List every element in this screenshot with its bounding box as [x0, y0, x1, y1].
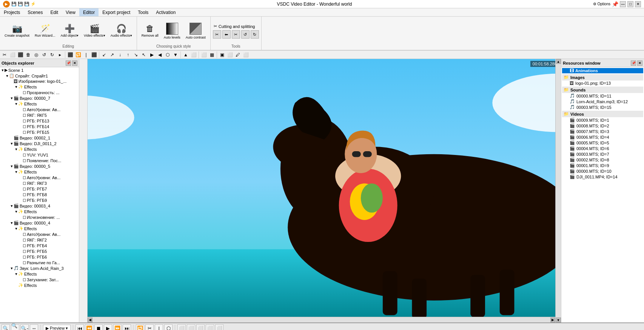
icon-toolbar-btn-10[interactable]: |: [82, 51, 90, 59]
res-item-2-2[interactable]: 🎵00003.MTS; ID=15: [562, 104, 643, 110]
auto-contrast-button[interactable]: Auto contrast: [183, 20, 208, 42]
resources-panel-close-btn[interactable]: ✕: [637, 60, 642, 66]
res-group-header-3[interactable]: 📁Videos: [562, 111, 643, 117]
tree-item-7[interactable]: ◻АвтоУровни: Ав...: [0, 107, 79, 112]
minimize-button[interactable]: —: [620, 1, 626, 7]
tree-toggle-0[interactable]: ▼: [1, 68, 5, 72]
icon-toolbar-btn-13[interactable]: ↗: [108, 51, 116, 59]
res-item-3-5[interactable]: 🎬00004.MTS; ID=6: [562, 146, 643, 151]
tree-item-29[interactable]: ◻АвтоУровни: Ав...: [0, 231, 79, 237]
play-btn[interactable]: ▶: [104, 324, 112, 330]
icon-toolbar-btn-1[interactable]: ⬜: [9, 51, 16, 59]
menu-item-editor[interactable]: Editor: [79, 8, 99, 16]
vscroll-up-btn[interactable]: ▲: [556, 59, 561, 64]
tree-toggle-3[interactable]: ▼: [14, 85, 18, 89]
tree-item-16[interactable]: ◻Появление: Пос...: [0, 158, 79, 163]
icon-toolbar-btn-14[interactable]: ↓: [116, 51, 124, 59]
tool-btn-2[interactable]: ⬅: [222, 30, 231, 39]
preview-hscroll[interactable]: ◀ ▶: [88, 317, 555, 322]
icon-toolbar-btn-17[interactable]: ↖: [140, 51, 148, 59]
step-fwd-btn[interactable]: ⏩: [113, 324, 122, 330]
tree-toggle-28[interactable]: ▼: [14, 227, 18, 231]
tree-toggle-25[interactable]: ▼: [14, 210, 18, 214]
icon-toolbar-btn-25[interactable]: ▦: [208, 51, 216, 59]
resources-panel-pin-btn[interactable]: 📌: [631, 60, 636, 66]
objects-panel-close-btn[interactable]: ✕: [72, 60, 77, 66]
tree-item-28[interactable]: ▼✨Effects: [0, 226, 79, 231]
tree-item-31[interactable]: ◻РГБ: РГБ4: [0, 243, 79, 248]
tree-item-27[interactable]: ▼🎬Видео: 00000_4: [0, 220, 79, 226]
tree-item-32[interactable]: ◻РГБ: РГБ5: [0, 248, 79, 254]
icon-toolbar-btn-16[interactable]: ↘: [132, 51, 140, 59]
tl-extra-1[interactable]: ⬜: [177, 324, 186, 330]
go-to-start-btn[interactable]: ⏮: [75, 324, 84, 330]
tree-item-9[interactable]: ◻РГБ: РГБ13: [0, 118, 79, 124]
icon-toolbar-btn-8[interactable]: ⬛: [66, 51, 74, 59]
menu-item-edit[interactable]: Edit: [46, 8, 62, 16]
zoom-fit-btn[interactable]: 🔍: [2, 324, 10, 330]
tree-item-20[interactable]: ◻ЯКГ: ЯКГ3: [0, 180, 79, 186]
icon-toolbar-btn-15[interactable]: ↑: [124, 51, 132, 59]
menu-item-view[interactable]: View: [62, 8, 79, 16]
tl-extra-4[interactable]: ⬜: [206, 324, 214, 330]
hscroll-left-btn[interactable]: ◀: [88, 318, 92, 322]
tree-item-19[interactable]: ◻АвтоУровни: Ав...: [0, 175, 79, 180]
tree-item-22[interactable]: ◻РГБ: РГБ8: [0, 192, 79, 197]
icon-toolbar-btn-7[interactable]: ▸: [56, 51, 64, 59]
tree-item-15[interactable]: ◻YUV: YUV1: [0, 152, 79, 158]
tree-item-30[interactable]: ◻ЯКГ: ЯКГ2: [0, 237, 79, 243]
res-item-3-0[interactable]: 🎬00009.MTS; ID=1: [562, 117, 643, 123]
go-to-end-btn[interactable]: ⏭: [123, 324, 131, 330]
icon-toolbar-btn-19[interactable]: ◀: [156, 51, 163, 59]
pin-icon[interactable]: 📌: [612, 1, 618, 7]
tool-btn-4[interactable]: ↺: [241, 30, 250, 39]
tree-toggle-36[interactable]: ▼: [14, 272, 18, 276]
zoom-reset-btn[interactable]: ↔: [30, 324, 38, 330]
tree-toggle-35[interactable]: ▼: [10, 266, 14, 270]
tree-item-38[interactable]: ✨Effects: [0, 282, 79, 288]
tree-item-6[interactable]: ▼✨Effects: [0, 101, 79, 107]
tool-btn-5[interactable]: ↻: [251, 30, 259, 39]
icon-toolbar-btn-28[interactable]: 🖊: [234, 51, 242, 59]
tree-item-8[interactable]: ◻ЯКГ: ЯКГ5: [0, 112, 79, 118]
tree-item-37[interactable]: ◻Затухание: Зат...: [0, 277, 79, 282]
tl-extra-3[interactable]: ⬜: [196, 324, 205, 330]
zoom-in-btn[interactable]: 🔍+: [11, 324, 19, 330]
icon-toolbar-btn-18[interactable]: ▶: [148, 51, 156, 59]
tree-item-2[interactable]: 🖼Изображение: logo-01_...: [0, 79, 79, 84]
tree-item-11[interactable]: ◻РГБ: РГБ15: [0, 129, 79, 135]
icon-toolbar-btn-12[interactable]: ↙: [100, 51, 108, 59]
objects-panel-pin-btn[interactable]: 📌: [66, 60, 71, 66]
icon-toolbar-btn-0[interactable]: ✂: [1, 51, 8, 59]
tree-toggle-24[interactable]: ▼: [10, 204, 14, 208]
icon-toolbar-btn-23[interactable]: ⬜: [190, 51, 197, 59]
res-item-3-1[interactable]: 🎬00008.MTS; ID=2: [562, 123, 643, 129]
tree-item-25[interactable]: ▼✨Effects: [0, 209, 79, 214]
video-effects-button[interactable]: 🎬 Video effects▾: [82, 20, 108, 42]
tl-extra-2[interactable]: ⬜: [187, 324, 195, 330]
loop-btn[interactable]: 🔁: [136, 324, 144, 330]
clip-btn[interactable]: ✂: [145, 324, 154, 330]
res-item-1-0[interactable]: 🖼logo-01.png; ID=13: [562, 81, 643, 86]
icon-toolbar-btn-20[interactable]: ⬡: [164, 51, 171, 59]
res-group-header-2[interactable]: 📁Sounds: [562, 87, 643, 93]
res-item-2-0[interactable]: 🎵00000.MTS; ID=11: [562, 93, 643, 99]
audio-effects-button[interactable]: 🎧 Audio effects▾: [108, 20, 134, 42]
tree-toggle-14[interactable]: ▼: [14, 147, 18, 151]
tree-item-33[interactable]: ◻РГБ: РГБ6: [0, 254, 79, 260]
icon-toolbar-btn-11[interactable]: ⬛: [90, 51, 98, 59]
tree-item-1[interactable]: ▼📋Спрайт: Спрайт1: [0, 73, 79, 79]
icon-toolbar-btn-29[interactable]: ⬜: [242, 51, 250, 59]
tree-item-12[interactable]: 🎬Видео: 00002_1: [0, 135, 79, 141]
zoom-out-btn[interactable]: 🔍-: [20, 324, 29, 330]
tree-toggle-27[interactable]: ▼: [10, 221, 14, 225]
remove-all-button[interactable]: 🗑 Remove all: [139, 20, 161, 42]
menu-item-export-project[interactable]: Export project: [99, 8, 134, 16]
merge-btn[interactable]: ⬡: [164, 324, 173, 330]
icon-toolbar-btn-24[interactable]: ⬜: [200, 51, 208, 59]
stop-btn[interactable]: ⏹: [94, 324, 103, 330]
tree-item-4[interactable]: ◻Прозрачность: ...: [0, 90, 79, 95]
auto-levels-button[interactable]: Auto levels: [162, 20, 183, 42]
res-group-header-1[interactable]: 📁Images: [562, 74, 643, 81]
split-btn[interactable]: |: [155, 324, 163, 330]
